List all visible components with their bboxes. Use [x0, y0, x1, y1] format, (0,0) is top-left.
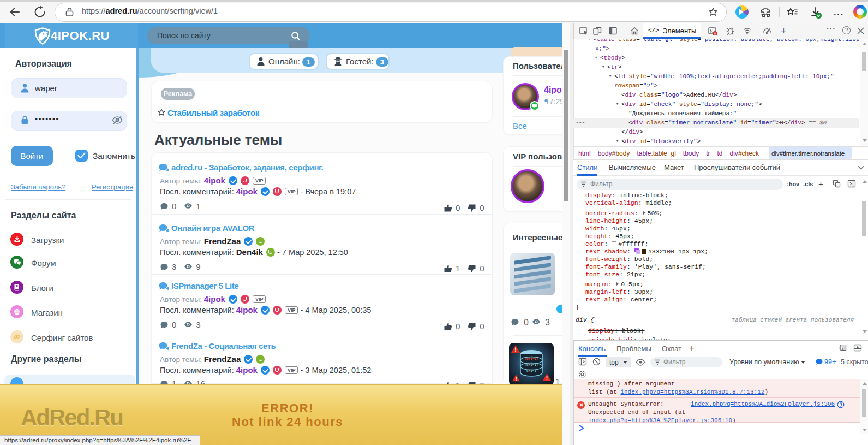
- svg-text:or1=1: or1=1: [526, 369, 536, 372]
- svg-text:(or1=1): (or1=1): [524, 363, 538, 366]
- svg-text:(or1=1): (or1=1): [524, 357, 538, 360]
